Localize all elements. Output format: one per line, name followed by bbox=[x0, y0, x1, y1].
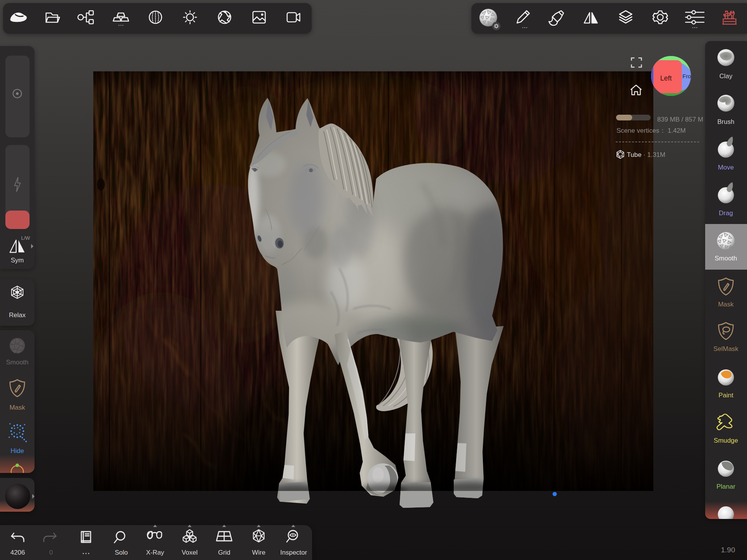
svg-text:Move: Move bbox=[718, 164, 734, 171]
svg-text:Hide: Hide bbox=[11, 447, 24, 455]
svg-text:Drag: Drag bbox=[719, 209, 733, 217]
svg-text:Grid: Grid bbox=[218, 549, 230, 556]
svg-text:Planar: Planar bbox=[716, 483, 735, 490]
svg-text:L/W: L/W bbox=[21, 235, 30, 241]
svg-text:Left: Left bbox=[660, 74, 672, 82]
svg-text:Clay: Clay bbox=[719, 72, 733, 80]
svg-text:Mask: Mask bbox=[718, 301, 734, 308]
svg-text:Smooth: Smooth bbox=[6, 359, 29, 366]
svg-text:Relax: Relax bbox=[9, 311, 26, 319]
svg-text:Solo: Solo bbox=[115, 549, 128, 556]
svg-text:Mask: Mask bbox=[10, 404, 25, 411]
svg-text:0: 0 bbox=[49, 549, 53, 556]
svg-text:4206: 4206 bbox=[10, 549, 25, 556]
svg-text:Wire: Wire bbox=[252, 549, 266, 556]
svg-text:Smudge: Smudge bbox=[714, 437, 738, 444]
svg-text:X-Ray: X-Ray bbox=[146, 549, 164, 556]
svg-text:Smooth: Smooth bbox=[715, 255, 737, 262]
svg-text:Paint: Paint bbox=[719, 392, 734, 399]
svg-text:Inspector: Inspector bbox=[280, 549, 307, 556]
svg-text:SelMask: SelMask bbox=[713, 345, 739, 352]
svg-text:Voxel: Voxel bbox=[182, 549, 198, 556]
svg-text:Sym: Sym bbox=[11, 257, 24, 264]
svg-text:Brush: Brush bbox=[717, 118, 734, 125]
svg-text:Fro: Fro bbox=[683, 73, 691, 79]
